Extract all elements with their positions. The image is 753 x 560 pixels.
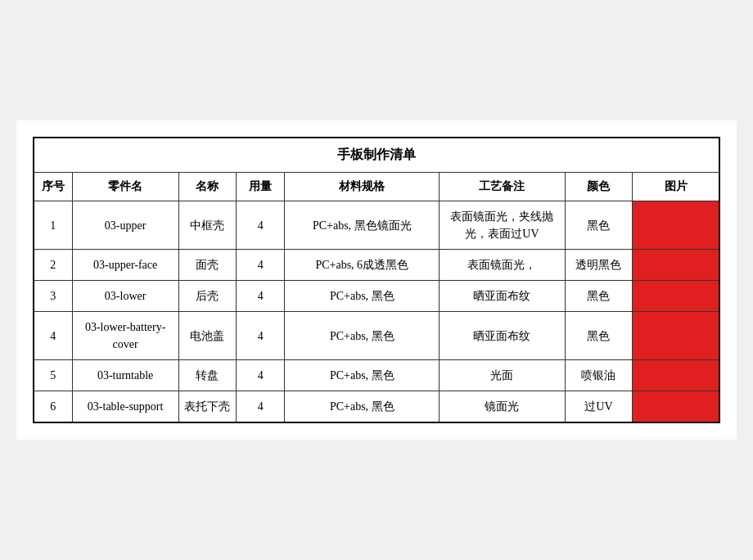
header-seq: 序号 bbox=[34, 173, 72, 201]
cell-name: 中框壳 bbox=[178, 201, 237, 250]
cell-color: 黑色 bbox=[565, 281, 633, 312]
cell-process: 晒亚面布纹 bbox=[440, 312, 565, 360]
cell-part: 03-turntable bbox=[72, 360, 178, 391]
cell-name: 表托下壳 bbox=[178, 391, 237, 423]
cell-color: 黑色 bbox=[565, 312, 633, 360]
cell-seq: 2 bbox=[34, 250, 72, 281]
cell-seq: 6 bbox=[34, 391, 72, 423]
table-row: 503-turntable转盘4PC+abs, 黑色光面喷银油 bbox=[34, 360, 719, 391]
header-color: 颜色 bbox=[565, 173, 633, 201]
header-row: 序号 零件名 名称 用量 材料规格 工艺备注 颜色 图片 bbox=[34, 173, 719, 201]
table-row: 603-table-support表托下壳4PC+abs, 黑色镜面光过UV bbox=[34, 391, 719, 423]
header-part: 零件名 bbox=[72, 173, 178, 201]
cell-part: 03-lower-battery-cover bbox=[72, 312, 178, 360]
cell-seq: 1 bbox=[34, 201, 72, 250]
cell-qty: 4 bbox=[237, 391, 285, 423]
cell-img bbox=[633, 201, 719, 250]
cell-part: 03-upper bbox=[72, 201, 178, 250]
cell-seq: 4 bbox=[34, 312, 72, 360]
cell-img bbox=[633, 391, 719, 423]
cell-color: 黑色 bbox=[565, 201, 633, 250]
table-title: 手板制作清单 bbox=[34, 138, 719, 173]
table-row: 403-lower-battery-cover电池盖4PC+abs, 黑色晒亚面… bbox=[34, 312, 719, 360]
cell-process: 表面镜面光，夹线抛光，表面过UV bbox=[440, 201, 565, 250]
cell-part: 03-upper-face bbox=[72, 250, 178, 281]
header-img: 图片 bbox=[633, 173, 719, 201]
cell-img bbox=[633, 360, 719, 391]
cell-process: 表面镜面光， bbox=[440, 250, 565, 281]
table-row: 303-lower后壳4PC+abs, 黑色晒亚面布纹黑色 bbox=[34, 281, 719, 312]
page-wrapper: 手板制作清单 序号 零件名 名称 用量 材料规格 工艺备注 颜色 图片 103-… bbox=[16, 120, 737, 440]
cell-qty: 4 bbox=[237, 201, 285, 250]
cell-part: 03-table-support bbox=[72, 391, 178, 423]
cell-color: 透明黑色 bbox=[565, 250, 633, 281]
cell-process: 光面 bbox=[440, 360, 565, 391]
cell-spec: PC+abs, 黑色镜面光 bbox=[285, 201, 440, 250]
cell-qty: 4 bbox=[237, 360, 285, 391]
cell-name: 后壳 bbox=[178, 281, 237, 312]
cell-spec: PC+abs, 6成透黑色 bbox=[285, 250, 440, 281]
cell-color: 喷银油 bbox=[565, 360, 633, 391]
cell-img bbox=[633, 312, 719, 360]
header-process: 工艺备注 bbox=[440, 173, 565, 201]
cell-img bbox=[633, 250, 719, 281]
cell-seq: 5 bbox=[34, 360, 72, 391]
cell-process: 镜面光 bbox=[440, 391, 565, 423]
cell-spec: PC+abs, 黑色 bbox=[285, 312, 440, 360]
header-name: 名称 bbox=[178, 173, 237, 201]
parts-table: 手板制作清单 序号 零件名 名称 用量 材料规格 工艺备注 颜色 图片 103-… bbox=[33, 137, 720, 423]
header-qty: 用量 bbox=[237, 173, 285, 201]
cell-name: 电池盖 bbox=[178, 312, 237, 360]
cell-qty: 4 bbox=[237, 281, 285, 312]
cell-name: 面壳 bbox=[178, 250, 237, 281]
cell-spec: PC+abs, 黑色 bbox=[285, 391, 440, 423]
title-row: 手板制作清单 bbox=[34, 138, 719, 173]
header-spec: 材料规格 bbox=[285, 173, 440, 201]
cell-seq: 3 bbox=[34, 281, 72, 312]
cell-name: 转盘 bbox=[178, 360, 237, 391]
cell-spec: PC+abs, 黑色 bbox=[285, 360, 440, 391]
cell-qty: 4 bbox=[237, 250, 285, 281]
table-row: 103-upper中框壳4PC+abs, 黑色镜面光表面镜面光，夹线抛光，表面过… bbox=[34, 201, 719, 250]
cell-img bbox=[633, 281, 719, 312]
table-row: 203-upper-face面壳4PC+abs, 6成透黑色表面镜面光，透明黑色 bbox=[34, 250, 719, 281]
cell-part: 03-lower bbox=[72, 281, 178, 312]
cell-color: 过UV bbox=[565, 391, 633, 423]
cell-spec: PC+abs, 黑色 bbox=[285, 281, 440, 312]
cell-process: 晒亚面布纹 bbox=[440, 281, 565, 312]
cell-qty: 4 bbox=[237, 312, 285, 360]
